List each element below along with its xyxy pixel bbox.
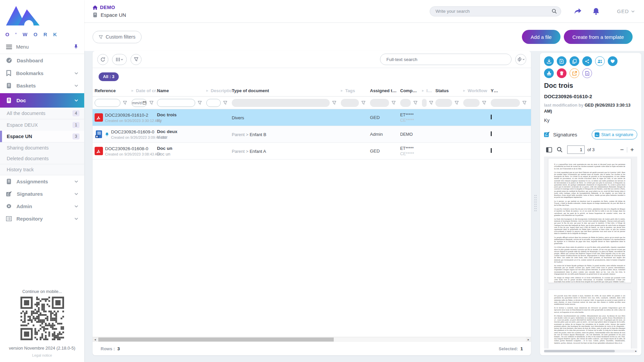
table-filter-button[interactable]	[130, 54, 142, 65]
column-header-workflow[interactable]: ▶ Workflow	[463, 88, 491, 93]
create-from-template-button[interactable]: Create from a template	[564, 30, 633, 44]
filter-funnel-icon[interactable]	[522, 101, 527, 105]
column-header-assigned-t[interactable]: Assigned t…	[370, 88, 400, 93]
sidebar-item-baskets[interactable]: Baskets	[0, 79, 84, 92]
custom-filters-button[interactable]: Custom filters	[93, 31, 142, 43]
column-header-y[interactable]: Y…	[491, 88, 531, 93]
table-settings-button[interactable]	[515, 54, 526, 65]
column-header-status[interactable]: Status	[435, 88, 463, 93]
filter-funnel-icon[interactable]	[123, 101, 127, 105]
filter-select-i[interactable]	[422, 99, 427, 107]
pdf-scroll-right-arrow[interactable]: ▸	[635, 350, 637, 353]
filter-funnel-icon[interactable]	[332, 101, 336, 105]
sidebar-subitem-all-the-documents[interactable]: All the documents 4	[0, 108, 84, 119]
upload-version-button[interactable]	[557, 56, 567, 66]
sidebar-subitem-espace-deux[interactable]: Espace DEUX 1	[0, 119, 84, 131]
stamp-button[interactable]	[544, 68, 554, 78]
filter-date-date-of-cr[interactable]: mm/d	[131, 99, 147, 107]
notifications-button[interactable]	[593, 8, 599, 15]
filter-select-type-of-document[interactable]	[232, 99, 330, 107]
sidebar-item-bookmarks[interactable]: Bookmarks	[0, 67, 84, 79]
fulltext-search-input[interactable]	[380, 54, 512, 65]
breadcrumb-space[interactable]: Espace UN	[93, 12, 126, 18]
start-signature-button[interactable]: Start a signature	[592, 130, 637, 139]
tab-all[interactable]: All : 3	[99, 72, 119, 81]
filter-input-name[interactable]	[157, 99, 195, 107]
table-row[interactable]: DOC230926-01608-0 Created on 9/26/2023 3…	[93, 143, 531, 160]
sidebar-subitem-history-track[interactable]: History track	[0, 164, 84, 175]
filter-funnel-icon[interactable]	[454, 101, 459, 105]
global-search[interactable]	[430, 6, 561, 16]
sidebar-subitem-deleted-documents[interactable]: Deleted documents	[0, 153, 84, 164]
column-header-i[interactable]: ▶ I…	[422, 88, 435, 93]
sidebar-item-admin[interactable]: Admin	[0, 200, 84, 213]
add-file-button[interactable]: Add a file	[522, 30, 560, 44]
filter-select-comp[interactable]	[400, 99, 411, 107]
pdf-search-button[interactable]	[557, 147, 562, 153]
filter-funnel-icon[interactable]	[223, 101, 227, 105]
sidebar-item-repository[interactable]: Repository	[0, 213, 84, 225]
column-header-type-of-document[interactable]: Type of document	[232, 88, 341, 93]
table-row[interactable]: DOC230926-01610-2 Created on 9/26/2023 3…	[93, 109, 531, 126]
filter-funnel-icon[interactable]	[198, 101, 202, 105]
filter-input-description[interactable]	[206, 99, 221, 107]
refresh-button[interactable]	[97, 54, 108, 65]
search-icon[interactable]	[552, 9, 557, 14]
external-link-button[interactable]	[570, 68, 579, 78]
filter-select-tags[interactable]	[341, 99, 359, 107]
account-menu[interactable]: GED	[617, 8, 635, 14]
download-button[interactable]	[544, 56, 554, 66]
column-header-tags[interactable]: ▶ Tags	[341, 88, 370, 93]
pdf-sidebar-toggle-button[interactable]	[546, 147, 552, 153]
global-search-input[interactable]	[435, 9, 552, 14]
panel-resize-handle[interactable]	[531, 51, 540, 355]
filter-funnel-icon[interactable]	[413, 101, 418, 105]
filter-input-reference[interactable]	[95, 99, 120, 107]
table-horizontal-scrollbar[interactable]: ◂ ▸	[93, 337, 531, 342]
document-properties-button[interactable]	[582, 68, 592, 78]
filter-select-status[interactable]	[435, 99, 452, 107]
scroll-right-arrow[interactable]: ▸	[526, 337, 531, 342]
pin-icon[interactable]	[74, 44, 78, 49]
breadcrumb-home[interactable]: DEMO	[93, 5, 126, 10]
pdf-viewer[interactable]: Il y a aujourd'hui trois cent quarante-s…	[544, 157, 637, 349]
favorite-button[interactable]	[608, 56, 618, 66]
filter-funnel-icon[interactable]	[429, 101, 433, 105]
columns-button[interactable]	[112, 54, 127, 65]
zoom-out-button[interactable]: −	[620, 146, 624, 153]
filter-select-workflow[interactable]	[463, 99, 480, 107]
filter-select-y[interactable]	[491, 99, 520, 107]
sidebar-subitem-espace-un[interactable]: Espace UN 3	[0, 131, 84, 142]
type-cell: Parent > Enfant B	[232, 131, 341, 137]
filter-funnel-icon[interactable]	[149, 101, 154, 105]
scroll-left-arrow[interactable]: ◂	[93, 337, 98, 342]
sidebar-menu-toggle[interactable]: Menu	[0, 40, 84, 54]
pdf-horizontal-scrollbar[interactable]: ▸	[544, 350, 637, 353]
filter-funnel-icon[interactable]	[482, 101, 486, 105]
column-header-comp[interactable]: Comp…	[400, 88, 422, 93]
share-button[interactable]	[574, 8, 582, 15]
pdf-page-input[interactable]	[567, 145, 585, 154]
scrollbar-track[interactable]	[98, 337, 526, 342]
sidebar-item-signatures[interactable]: Signatures	[0, 188, 84, 200]
column-header-reference[interactable]: Reference	[95, 88, 131, 93]
filter-select-assigned-t[interactable]	[370, 99, 389, 107]
filter-funnel-icon[interactable]	[361, 101, 366, 105]
sidebar-item-assignments[interactable]: Assignments	[0, 175, 84, 188]
column-header-description[interactable]: ▶ Description	[206, 88, 232, 93]
legal-notice-link[interactable]: Legal notice	[0, 353, 84, 357]
pdf-scrollbar-thumb[interactable]	[544, 350, 615, 352]
delete-button[interactable]	[557, 68, 567, 78]
column-header-date-of-cr[interactable]: ▶ Date of cr…	[131, 88, 157, 93]
assign-users-button[interactable]	[595, 56, 605, 66]
scrollbar-thumb[interactable]	[98, 338, 334, 342]
zoom-in-button[interactable]: +	[630, 146, 634, 153]
copy-button[interactable]	[570, 56, 579, 66]
share-document-button[interactable]	[582, 56, 592, 66]
sidebar-subitem-sharing-documents[interactable]: Sharing documents	[0, 142, 84, 153]
sidebar-item-doc[interactable]: Doc	[0, 93, 84, 108]
filter-funnel-icon[interactable]	[391, 101, 396, 105]
column-header-name[interactable]: Name	[157, 88, 206, 93]
table-row[interactable]: DOC230926-01609-0 Created on 9/26/2023 3…	[93, 126, 531, 143]
sidebar-item-dashboard[interactable]: Dashboard	[0, 54, 84, 67]
